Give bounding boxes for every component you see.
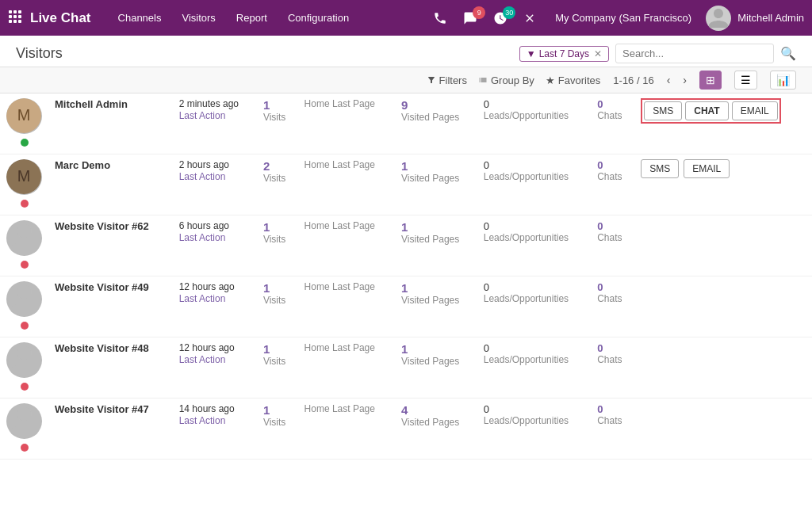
clock-icon-btn[interactable]: 30 bbox=[488, 8, 512, 29]
sms-button[interactable]: SMS bbox=[641, 159, 679, 178]
search-input[interactable] bbox=[615, 44, 774, 63]
visits-label: Visits bbox=[263, 112, 292, 123]
sms-button[interactable]: SMS bbox=[644, 101, 682, 120]
status-indicator bbox=[21, 322, 29, 330]
grid-icon[interactable] bbox=[8, 10, 22, 26]
email-button[interactable]: EMAIL bbox=[732, 101, 778, 120]
time-ago: 14 hours ago bbox=[179, 403, 251, 414]
leads-cell: 0 Leads/Opportunities bbox=[477, 276, 591, 337]
avatar: M bbox=[6, 98, 42, 134]
date-filter-tag[interactable]: ▼ Last 7 Days ✕ bbox=[519, 46, 609, 62]
last-action-link[interactable]: Last Action bbox=[179, 171, 226, 182]
visitors-table-container: M Mitchell Admin 2 minutes ago Last Acti… bbox=[0, 93, 812, 469]
nav-channels[interactable]: Channels bbox=[109, 7, 171, 29]
visitor-name-cell: Website Visitor #49 bbox=[48, 276, 173, 337]
favorites-button[interactable]: ★ Favorites bbox=[546, 74, 600, 86]
chats-cell: 0 Chats bbox=[591, 154, 634, 215]
last-action-link[interactable]: Last Action bbox=[179, 293, 226, 304]
group-by-label: Group By bbox=[491, 74, 534, 86]
toolbar-left: Filters Group By ★ Favorites bbox=[427, 74, 601, 86]
nav-configuration[interactable]: Configuration bbox=[278, 7, 358, 29]
last-action-link[interactable]: Last Action bbox=[179, 354, 226, 365]
svg-text:M: M bbox=[17, 167, 31, 185]
chat-icon-btn[interactable]: 9 bbox=[458, 8, 482, 29]
visitor-name: Website Visitor #47 bbox=[55, 403, 167, 415]
status-indicator bbox=[21, 383, 29, 391]
chat-button[interactable]: CHAT bbox=[685, 101, 728, 120]
visits-count: 1 bbox=[263, 403, 292, 417]
leads-count: 0 bbox=[484, 342, 584, 354]
visited-pages-cell: 1 Visited Pages bbox=[395, 154, 477, 215]
last-page-cell: Home Last Page bbox=[298, 215, 396, 276]
table-row: M Marc Demo 2 hours ago Last Action 2 Vi… bbox=[0, 154, 812, 215]
status-indicator bbox=[21, 444, 29, 452]
top-navigation: Live Chat Channels Visitors Report Confi… bbox=[0, 0, 812, 36]
nav-report[interactable]: Report bbox=[227, 7, 277, 29]
email-button[interactable]: EMAIL bbox=[684, 159, 730, 178]
visitor-name: Website Visitor #49 bbox=[55, 281, 167, 293]
visits-label: Visits bbox=[263, 417, 292, 428]
visits-cell: 1 Visits bbox=[257, 399, 298, 460]
last-action-link[interactable]: Last Action bbox=[179, 110, 226, 121]
svg-rect-3 bbox=[9, 15, 12, 18]
visits-label: Visits bbox=[263, 234, 292, 245]
visited-pages-count: 1 bbox=[401, 159, 471, 173]
prev-page-arrow[interactable]: ‹ bbox=[667, 74, 671, 86]
favorites-label: Favorites bbox=[558, 74, 600, 86]
next-page-arrow[interactable]: › bbox=[683, 74, 687, 86]
filters-button[interactable]: Filters bbox=[427, 74, 467, 86]
last-page-cell: Home Last Page bbox=[298, 399, 396, 460]
filters-label: Filters bbox=[439, 74, 467, 86]
avatar-cell bbox=[0, 215, 48, 276]
visited-pages-cell: 1 Visited Pages bbox=[395, 337, 477, 399]
last-action-link[interactable]: Last Action bbox=[179, 415, 226, 426]
visited-pages-count: 1 bbox=[401, 342, 471, 356]
user-avatar[interactable] bbox=[706, 6, 731, 31]
table-row: Website Visitor #49 12 hours ago Last Ac… bbox=[0, 276, 812, 337]
list-view-button[interactable]: ☰ bbox=[734, 71, 757, 90]
visited-pages-count: 1 bbox=[401, 281, 471, 295]
chats-cell: 0 Chats bbox=[591, 337, 634, 399]
filter-close-icon[interactable]: ✕ bbox=[594, 48, 602, 59]
last-action-link[interactable]: Last Action bbox=[179, 232, 226, 243]
visited-pages-label: Visited Pages bbox=[401, 295, 471, 306]
time-cell: 12 hours ago Last Action bbox=[173, 337, 257, 399]
phone-icon-btn[interactable] bbox=[428, 8, 452, 29]
visitor-name-cell: Marc Demo bbox=[48, 154, 173, 215]
visits-cell: 1 Visits bbox=[257, 337, 298, 399]
chart-view-button[interactable]: 📊 bbox=[770, 71, 796, 90]
nav-visitors[interactable]: Visitors bbox=[172, 7, 224, 29]
chats-label: Chats bbox=[597, 171, 628, 182]
username-label: Mitchell Admin bbox=[737, 12, 804, 24]
avatar-cell: M bbox=[0, 154, 48, 215]
search-icon[interactable]: 🔍 bbox=[780, 46, 796, 61]
group-by-button[interactable]: Group By bbox=[478, 74, 534, 86]
actions-cell bbox=[634, 399, 812, 460]
brand-logo[interactable]: Live Chat bbox=[30, 10, 91, 26]
chats-count: 0 bbox=[597, 342, 628, 354]
leads-cell: 0 Leads/Opportunities bbox=[477, 399, 591, 460]
visited-pages-cell: 4 Visited Pages bbox=[395, 399, 477, 460]
status-indicator bbox=[21, 200, 29, 208]
leads-count: 0 bbox=[484, 98, 584, 110]
time-ago: 2 hours ago bbox=[179, 159, 251, 170]
clock-badge: 30 bbox=[503, 6, 515, 19]
table-row: Website Visitor #47 14 hours ago Last Ac… bbox=[0, 399, 812, 460]
leads-cell: 0 Leads/Opportunities bbox=[477, 93, 591, 154]
svg-rect-5 bbox=[18, 15, 21, 18]
svg-rect-8 bbox=[18, 20, 21, 23]
close-icon-btn[interactable] bbox=[519, 9, 541, 28]
visitors-table: M Mitchell Admin 2 minutes ago Last Acti… bbox=[0, 93, 812, 460]
leads-cell: 0 Leads/Opportunities bbox=[477, 154, 591, 215]
avatar: M bbox=[6, 159, 42, 195]
chats-label: Chats bbox=[597, 354, 628, 365]
company-name[interactable]: My Company (San Francisco) bbox=[555, 12, 691, 24]
svg-rect-4 bbox=[13, 15, 17, 18]
actions-cell: SMS EMAIL bbox=[634, 154, 812, 215]
visits-count: 1 bbox=[263, 342, 292, 356]
grid-view-button[interactable]: ⊞ bbox=[699, 71, 722, 90]
visits-label: Visits bbox=[263, 295, 292, 306]
top-menu: Channels Visitors Report Configuration bbox=[109, 7, 359, 29]
action-buttons: SMS EMAIL bbox=[641, 159, 806, 178]
chats-count: 0 bbox=[597, 98, 628, 110]
